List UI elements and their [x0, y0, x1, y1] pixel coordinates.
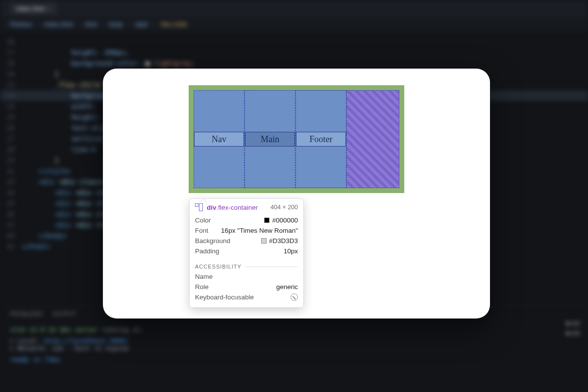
flex-container-diagram: Nav Main Footer [189, 85, 404, 193]
crumb[interactable]: index.html [44, 21, 73, 28]
flex-layout-icon [195, 203, 203, 211]
flex-child-main: Main [245, 90, 295, 188]
crumb[interactable]: Flexbox [10, 21, 32, 28]
tooltip-row-font: Font 16px "Times New Roman" [195, 225, 298, 236]
tooltip-row-name: Name [195, 271, 298, 282]
terminal[interactable]: vite v2.9.14 dev server running at: > Lo… [0, 321, 588, 392]
tooltip-row-padding: Padding 10px [195, 246, 298, 256]
tooltip-row-background: Background #D3D3D3 [195, 236, 298, 246]
color-swatch [261, 238, 267, 244]
tooltip-row-keyboard: Keyboard-focusable [195, 292, 298, 302]
selector-label: div.flex-container [207, 204, 258, 211]
flex-child-label: Main [261, 134, 279, 145]
breadcrumb: Flexbox› index.html› html› body› style› … [0, 17, 588, 31]
flex-child-footer: Footer [295, 90, 346, 188]
terminal-shell-list: ■ zsh ■ zsh [563, 318, 583, 338]
close-icon[interactable]: × [48, 5, 51, 12]
crumb[interactable]: body [109, 21, 122, 28]
crumb[interactable]: html [85, 21, 97, 28]
not-focusable-icon [291, 294, 298, 301]
file-tab[interactable]: index.html × [10, 2, 57, 15]
tooltip-row-role: Role generic [195, 282, 298, 292]
tab-filename: index.html [16, 5, 45, 12]
tab-output[interactable]: OUTPUT [52, 311, 76, 318]
color-swatch [264, 218, 270, 223]
flex-child-nav: Nav [194, 90, 245, 188]
shell-entry[interactable]: ■ zsh [563, 318, 583, 328]
dimensions-label: 404 × 200 [270, 204, 298, 211]
crumb[interactable]: style [135, 21, 148, 28]
flex-child-label: Footer [310, 134, 333, 145]
tooltip-section-a11y: ACCESSIBILITY [190, 260, 303, 271]
crumb[interactable]: .flex-child [160, 21, 187, 28]
shell-entry[interactable]: ■ zsh [563, 328, 583, 338]
flex-free-space [346, 90, 399, 188]
flex-child-label: Nav [212, 134, 226, 145]
element-inspector-tooltip: div.flex-container 404 × 200 Color #0000… [189, 198, 304, 308]
tab-problems[interactable]: PROBLEMS [10, 311, 43, 318]
tooltip-row-color: Color #000000 [195, 215, 298, 225]
tab-bar: index.html × [0, 0, 588, 17]
